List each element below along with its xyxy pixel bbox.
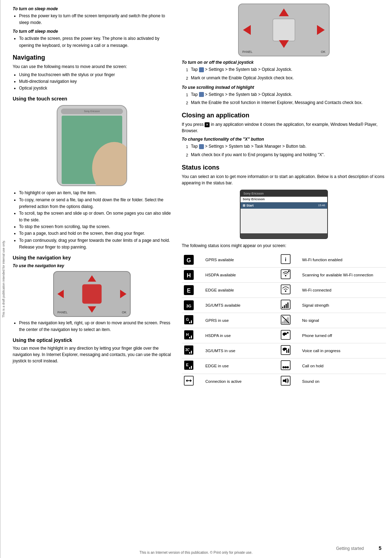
svg-rect-35 — [189, 352, 190, 354]
nav-key-subtitle: To use the navigation key — [13, 263, 171, 268]
svg-point-7 — [285, 290, 286, 292]
optical-on-off-title: To turn on or off the optical joystick — [182, 60, 386, 65]
svg-rect-12 — [287, 302, 288, 308]
status-icons-desc: You can select an icon to get more infor… — [182, 173, 386, 186]
nav-arrow-up — [88, 275, 96, 282]
nav-item-3: Optical joystick — [19, 85, 171, 92]
icon-cell-wifi-conn — [279, 282, 300, 298]
no-signal-icon — [281, 315, 291, 325]
svg-text:H: H — [186, 332, 189, 337]
icon-cell-hsdpa-use: H — [182, 328, 203, 343]
svg-point-3 — [285, 275, 286, 276]
optical-step-1-1: 1 Tap > Settings > the System tab > Opti… — [186, 66, 386, 74]
nav-arrow-right — [120, 290, 126, 298]
touch-screen-heading: Using the touch screen — [13, 96, 171, 102]
svg-rect-36 — [191, 351, 192, 354]
phone-brand-bar: Sony Ericsson — [61, 109, 123, 114]
svg-rect-16 — [189, 322, 190, 323]
sleep-mode-off-title: To turn off sleep mode — [13, 29, 171, 34]
sound-on-icon — [281, 376, 291, 386]
sony-screenshot: Sony Ericsson Sony Ericsson ⊞ Start 15:4… — [240, 190, 328, 239]
wifi-scanning-icon — [281, 269, 291, 279]
svg-point-5 — [288, 270, 290, 272]
phone-turned-off-icon — [281, 330, 291, 340]
touch-bullet-3: To scroll, tap the screen and slide up o… — [19, 210, 171, 223]
phone-brand-row: Sony Ericsson — [241, 197, 327, 202]
touch-bullet-5: To pan a page, touch and hold on the scr… — [19, 230, 171, 237]
left-column: To turn on sleep mode Press the power ke… — [13, 4, 178, 547]
icon-cell-wifi-enabled: i — [279, 252, 300, 268]
svg-text:G: G — [186, 317, 189, 321]
phone-top-bar: Sony Ericsson — [241, 190, 327, 197]
svg-text:i: i — [285, 257, 286, 262]
table-row: H HSDPA available — [182, 267, 386, 282]
nav-center-btn — [82, 284, 102, 304]
nav-arrow-left — [57, 290, 64, 298]
dpad-image-container: PANEL OK — [182, 4, 386, 56]
svg-rect-28 — [191, 336, 192, 338]
svg-rect-10 — [284, 305, 285, 308]
hsdpa-available-icon: H — [184, 270, 194, 280]
table-row: G GPRS in use — [182, 313, 386, 328]
optical-step-1-2: 2 Mark or unmark the Enable Optical Joys… — [186, 75, 386, 82]
3g-available-icon: 3G — [184, 300, 194, 310]
svg-text:E: E — [186, 363, 188, 367]
nav-label-ok: OK — [122, 311, 126, 314]
edge-available-icon: E — [184, 285, 194, 295]
dpad-up — [279, 8, 289, 16]
svg-rect-17 — [191, 320, 192, 323]
svg-rect-6 — [281, 285, 290, 294]
icon-cell-phone-off — [279, 328, 300, 343]
edge-in-use-icon: E — [184, 360, 194, 370]
svg-rect-9 — [282, 307, 283, 308]
voice-call-icon — [281, 345, 291, 355]
icon-cell-call-hold — [279, 358, 300, 374]
svg-rect-38 — [286, 350, 287, 353]
svg-rect-19 — [282, 322, 283, 323]
optical-joystick-desc: You can move the highlight in any direct… — [13, 345, 171, 364]
wifi-enabled-icon: i — [281, 254, 291, 264]
label-3g-avail: 3G/UMTS available — [203, 298, 279, 313]
icon-cell-no-signal — [279, 313, 300, 328]
optical-step-2-2: 2 Mark the Enable the scroll function in… — [186, 99, 386, 107]
x-step-1: 1 Tap > Settings > System tab > Task Man… — [186, 143, 386, 151]
label-wifi-conn: Wi-Fi connected — [300, 282, 386, 298]
dpad-right — [317, 25, 325, 35]
icon-cell-voice-call — [279, 343, 300, 358]
nav-arrow-down — [88, 306, 96, 313]
touch-bullet-2: To copy, rename or send a file, tap and … — [19, 197, 171, 210]
icon-cell-wifi-scan — [279, 267, 300, 282]
x-button-icon: ✕ — [205, 122, 210, 127]
label-hsdpa-avail: HSDPA available — [203, 267, 279, 282]
settings-icon-3 — [199, 144, 204, 149]
side-label: This is a draft publication intended for… — [0, 0, 6, 558]
label-voice-call: Voice call in progress — [300, 343, 386, 358]
settings-icon-1 — [199, 67, 204, 72]
navigating-desc: You can use the following means to move … — [13, 63, 171, 70]
closing-heading: Closing an application — [182, 112, 386, 119]
svg-rect-43 — [189, 367, 190, 369]
nav-key-image: PANEL OK — [53, 271, 131, 317]
connection-active-icon — [184, 376, 194, 386]
dpad-label-panel: PANEL — [242, 50, 253, 54]
nav-label-panel: PANEL — [57, 311, 68, 314]
optical-step-2-1: 1 Tap > Settings > the System tab > Opti… — [186, 91, 386, 99]
phone-brand-label: Sony Ericsson — [243, 197, 265, 201]
status-icons-note: The following status icons might appear … — [182, 243, 386, 249]
nav-key-image-container: PANEL OK — [13, 271, 171, 317]
svg-rect-11 — [286, 304, 287, 308]
svg-rect-29 — [281, 330, 290, 339]
navigating-heading: Navigating — [13, 54, 171, 61]
touch-bullet-6: To pan continuously, drag your finger to… — [19, 237, 171, 251]
status-icons-table: G GPRS available i Wi-Fi function enable… — [182, 252, 386, 389]
main-content: To turn on sleep mode Press the power ke… — [6, 0, 392, 558]
table-row: 3G 3G/UMTS in use — [182, 343, 386, 358]
icon-cell-edge-avail: E — [182, 282, 203, 298]
touch-bullet-4: To stop the screen from scrolling, tap t… — [19, 223, 171, 230]
scroll-instead-title: To use scrolling instead of highlight — [182, 85, 386, 90]
page-container: This is a draft publication intended for… — [0, 0, 392, 558]
nav-key-heading: Using the navigation key — [13, 255, 171, 260]
label-call-hold: Call on hold — [300, 358, 386, 374]
signal-strength-icon — [281, 300, 291, 309]
footer-text: This is an Internet version of this publ… — [0, 551, 392, 554]
